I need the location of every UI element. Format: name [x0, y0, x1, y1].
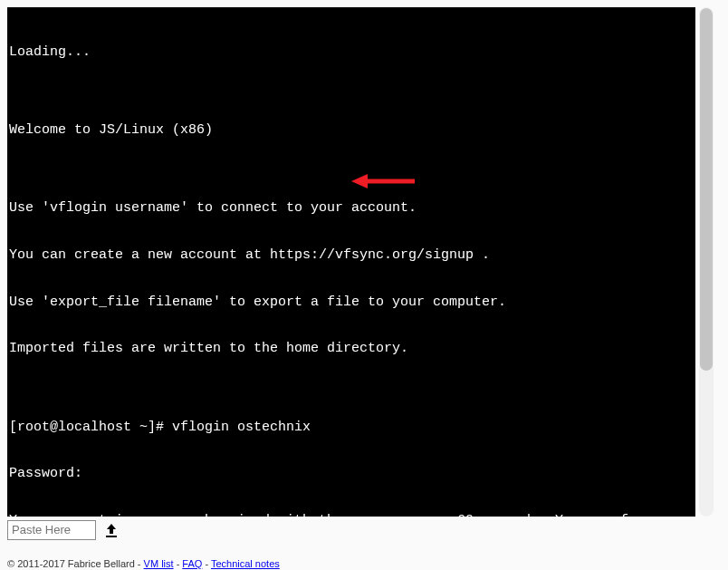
footer-copyright: © 2011-2017 Fabrice Bellard - [7, 558, 144, 569]
scrollbar[interactable] [699, 7, 714, 517]
terminal-line: [root@localhost ~]# vflogin ostechnix [9, 420, 694, 435]
annotation-arrow-icon [351, 170, 415, 192]
bottom-bar [7, 520, 721, 540]
terminal-line: Your account is now synchronized with th… [9, 513, 694, 517]
footer-link-faq[interactable]: FAQ [182, 558, 202, 569]
footer: © 2011-2017 Fabrice Bellard - VM list - … [7, 558, 721, 569]
svg-rect-2 [106, 536, 117, 537]
terminal-output[interactable]: Loading... Welcome to JS/Linux (x86) Use… [7, 7, 695, 517]
footer-link-vmlist[interactable]: VM list [144, 558, 174, 569]
scrollbar-thumb[interactable] [700, 8, 713, 371]
terminal-line: Use 'export_file filename' to export a f… [9, 295, 694, 310]
terminal-line: You can create a new account at https://… [9, 247, 694, 263]
paste-input[interactable] [7, 520, 96, 540]
footer-link-technotes[interactable]: Technical notes [211, 558, 280, 569]
terminal-line: Loading... [9, 44, 694, 60]
terminal-line: Welcome to JS/Linux (x86) [9, 122, 694, 138]
terminal-line: Password: [9, 466, 694, 481]
svg-marker-1 [351, 174, 368, 188]
terminal-line: Imported files are written to the home d… [9, 341, 694, 356]
upload-icon[interactable] [103, 522, 120, 538]
terminal-line: Use 'vflogin username' to connect to you… [9, 200, 694, 216]
